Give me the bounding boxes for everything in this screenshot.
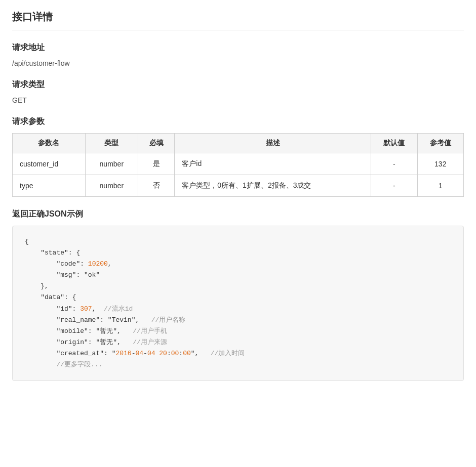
params-table: 参数名 类型 必填 描述 默认值 参考值 customer_idnumber是客… <box>12 133 464 197</box>
col-header-required: 必填 <box>138 134 174 153</box>
table-row: customer_idnumber是客户id-132 <box>13 153 464 175</box>
request-params-heading: 请求参数 <box>12 116 464 127</box>
request-url-section: 请求地址 /api/customer-flow <box>12 43 464 67</box>
request-url-value: /api/customer-flow <box>12 59 464 67</box>
request-params-section: 请求参数 参数名 类型 必填 描述 默认值 参考值 customer_idnum… <box>12 116 464 197</box>
page-title: 接口详情 <box>12 10 464 30</box>
request-type-heading: 请求类型 <box>12 79 464 90</box>
table-row: typenumber否客户类型，0所有、1扩展、2报备、3成交-1 <box>13 175 464 197</box>
col-header-type: 类型 <box>85 134 138 153</box>
col-header-param-name: 参数名 <box>13 134 86 153</box>
table-header-row: 参数名 类型 必填 描述 默认值 参考值 <box>13 134 464 153</box>
col-header-example: 参考值 <box>417 134 463 153</box>
json-example-heading: 返回正确JSON示例 <box>12 209 464 220</box>
col-header-desc: 描述 <box>175 134 371 153</box>
col-header-default: 默认值 <box>371 134 417 153</box>
request-type-value: GET <box>12 96 464 104</box>
json-code-block: { "state": { "code": 10200, "msg": "ok" … <box>12 226 464 381</box>
json-example-section: 返回正确JSON示例 { "state": { "code": 10200, "… <box>12 209 464 381</box>
request-type-section: 请求类型 GET <box>12 79 464 104</box>
request-url-heading: 请求地址 <box>12 43 464 53</box>
